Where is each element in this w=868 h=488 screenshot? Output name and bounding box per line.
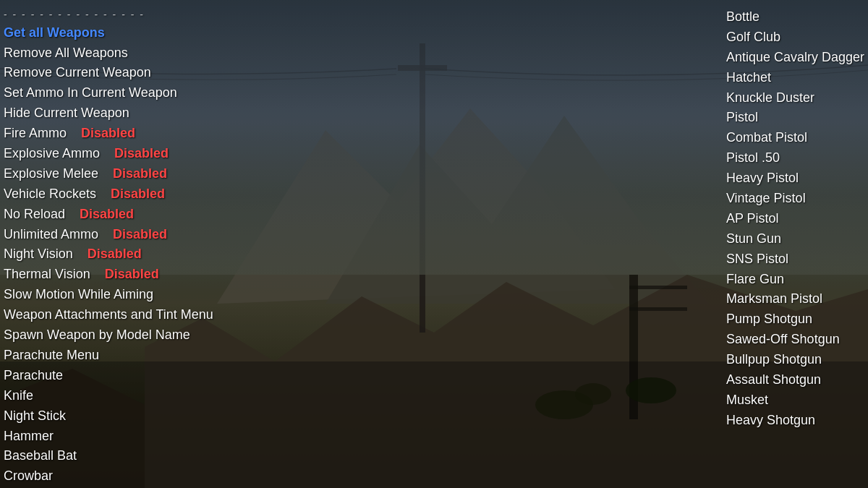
right-menu-item[interactable]: Heavy Pistol [726, 168, 864, 189]
right-menu-item[interactable]: Antique Cavalry Dagger [726, 48, 864, 68]
right-menu-item[interactable]: Sawed-Off Shotgun [726, 330, 864, 350]
menu-item-label: Set Ammo In Current Weapon [4, 83, 177, 103]
right-menu-item[interactable]: Stun Gun [726, 229, 864, 249]
menu-item-label: Crowbar [4, 466, 53, 487]
right-menu-item[interactable]: Knuckle Duster [726, 88, 864, 108]
right-menu-item[interactable]: Hatchet [726, 68, 864, 88]
right-menu-item[interactable]: AP Pistol [726, 209, 864, 229]
status-badge: Disabled [105, 265, 159, 285]
menu-item-label: Get all Weapons [4, 23, 105, 43]
left-menu-item[interactable]: Set Ammo In Current Weapon [4, 83, 213, 103]
left-menu-item[interactable]: No ReloadDisabled [4, 205, 213, 225]
right-menu-item[interactable]: Vintage Pistol [726, 189, 864, 209]
left-menu-item[interactable]: Vehicle RocketsDisabled [4, 184, 213, 205]
right-menu-item[interactable]: Combat Pistol [726, 128, 864, 148]
left-menu-item[interactable]: Explosive MeleeDisabled [4, 164, 213, 184]
right-menu-items: BottleGolf ClubAntique Cavalry DaggerHat… [726, 7, 864, 431]
left-menu-item[interactable]: Hide Current Weapon [4, 103, 213, 124]
status-badge: Disabled [81, 124, 135, 144]
left-menu-item[interactable]: Night VisionDisabled [4, 244, 213, 265]
menu-item-label: Thermal Vision [4, 265, 90, 285]
menu-item-label: Fire Ammo [4, 124, 67, 144]
menu-item-label: Explosive Melee [4, 164, 98, 184]
menu-item-label: Remove Current Weapon [4, 63, 151, 83]
menu-divider: - - - - - - - - - - - - - - - - [4, 7, 213, 23]
left-menu-item[interactable]: Weapon Attachments and Tint Menu [4, 305, 213, 325]
left-menu-item[interactable]: Get all Weapons [4, 23, 213, 43]
left-menu-items: Get all WeaponsRemove All WeaponsRemove … [4, 23, 213, 487]
menu-item-label: Weapon Attachments and Tint Menu [4, 305, 213, 325]
status-badge: Disabled [88, 244, 142, 265]
status-badge: Disabled [113, 225, 167, 245]
left-menu-item[interactable]: Explosive AmmoDisabled [4, 144, 213, 164]
status-badge: Disabled [80, 205, 134, 225]
right-menu-item[interactable]: SNS Pistol [726, 249, 864, 270]
menu-item-label: Remove All Weapons [4, 43, 128, 64]
status-badge: Disabled [114, 144, 169, 164]
left-menu-item[interactable]: Parachute Menu [4, 346, 213, 366]
right-menu-item[interactable]: Musket [726, 390, 864, 411]
left-menu-item[interactable]: Slow Motion While Aiming [4, 285, 213, 305]
right-menu-item[interactable]: Bullpup Shotgun [726, 350, 864, 370]
menu-item-label: Vehicle Rockets [4, 184, 96, 205]
left-menu-item[interactable]: Parachute [4, 366, 213, 386]
right-menu-item[interactable]: Golf Club [726, 27, 864, 48]
menu-item-label: Night Vision [4, 244, 73, 265]
menu-item-label: Spawn Weapon by Model Name [4, 325, 190, 346]
menu-item-label: Slow Motion While Aiming [4, 285, 153, 305]
left-menu-item[interactable]: Thermal VisionDisabled [4, 265, 213, 285]
right-menu-item[interactable]: Flare Gun [726, 270, 864, 290]
left-menu-item[interactable]: Spawn Weapon by Model Name [4, 325, 213, 346]
right-menu-item[interactable]: Pistol .50 [726, 148, 864, 168]
right-menu-item[interactable]: Pistol [726, 108, 864, 128]
left-menu-item[interactable]: Knife [4, 386, 213, 406]
menu-item-label: Unlimited Ammo [4, 225, 98, 245]
left-menu-item[interactable]: Crowbar [4, 466, 213, 487]
left-menu-item[interactable]: Unlimited AmmoDisabled [4, 225, 213, 245]
menu-item-label: Parachute [4, 366, 63, 386]
left-menu-item[interactable]: Hammer [4, 427, 213, 447]
right-menu-item[interactable]: Bottle [726, 7, 864, 27]
menu-item-label: Knife [4, 386, 33, 406]
status-badge: Disabled [113, 164, 167, 184]
menu-item-label: Baseball Bat [4, 446, 77, 466]
right-menu-item[interactable]: Pump Shotgun [726, 309, 864, 330]
left-menu-item[interactable]: Remove All Weapons [4, 43, 213, 64]
menu-item-label: Parachute Menu [4, 346, 99, 366]
menu-item-label: No Reload [4, 205, 65, 225]
menu-item-label: Hide Current Weapon [4, 103, 129, 124]
left-menu-item[interactable]: Fire AmmoDisabled [4, 124, 213, 144]
menu-item-label: Hammer [4, 427, 54, 447]
left-menu: - - - - - - - - - - - - - - - - Get all … [4, 7, 213, 487]
left-menu-item[interactable]: Baseball Bat [4, 446, 213, 466]
menu-item-label: Explosive Ammo [4, 144, 100, 164]
right-menu-item[interactable]: Marksman Pistol [726, 289, 864, 309]
right-menu-item[interactable]: Assault Shotgun [726, 370, 864, 390]
right-menu: BottleGolf ClubAntique Cavalry DaggerHat… [726, 7, 864, 431]
right-menu-item[interactable]: Heavy Shotgun [726, 411, 864, 431]
menu-item-label: Night Stick [4, 406, 66, 427]
left-menu-item[interactable]: Remove Current Weapon [4, 63, 213, 83]
left-menu-item[interactable]: Night Stick [4, 406, 213, 427]
status-badge: Disabled [111, 184, 165, 205]
